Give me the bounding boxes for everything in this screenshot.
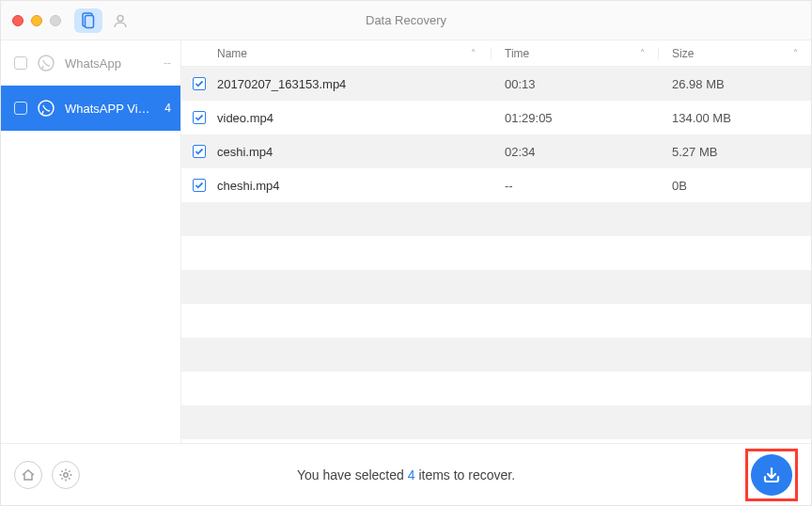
sidebar-item-badge: 4 <box>164 102 171 115</box>
selection-status: You have selected 4 items to recover. <box>1 467 811 482</box>
recover-button[interactable] <box>751 454 792 496</box>
footer-left <box>14 461 80 489</box>
row-checkbox[interactable] <box>193 179 206 192</box>
contacts-icon <box>112 12 129 29</box>
check-icon <box>195 147 204 156</box>
row-size: 0B <box>659 179 811 193</box>
row-checkbox[interactable] <box>193 145 206 158</box>
sidebar: WhatsApp -- WhatsAPP Videos 4 <box>1 40 181 443</box>
row-checkbox[interactable] <box>193 111 206 124</box>
status-suffix: items to recover. <box>415 467 516 482</box>
window: Data Recovery WhatsApp -- <box>0 0 812 506</box>
table-row[interactable]: 20170207_163153.mp4 00:13 26.98 MB <box>181 67 811 101</box>
empty-row <box>181 338 811 372</box>
svg-point-3 <box>39 55 54 71</box>
row-time: 02:34 <box>492 145 659 159</box>
sidebar-checkbox[interactable] <box>14 102 27 115</box>
table-header: Name ˄ Time ˄ Size ˄ <box>181 40 811 67</box>
empty-row <box>181 236 811 270</box>
footer: You have selected 4 items to recover. <box>1 443 811 505</box>
sidebar-item-whatsapp-videos[interactable]: WhatsAPP Videos 4 <box>1 86 180 131</box>
row-time: 01:29:05 <box>492 111 659 125</box>
row-time: -- <box>492 179 659 193</box>
sidebar-checkbox[interactable] <box>14 56 27 70</box>
document-icon <box>81 12 96 29</box>
empty-row <box>181 270 811 304</box>
body: WhatsApp -- WhatsAPP Videos 4 Name <box>1 40 811 443</box>
header-size-column[interactable]: Size ˄ <box>659 47 811 60</box>
table-body: 20170207_163153.mp4 00:13 26.98 MB video… <box>181 67 811 443</box>
download-icon <box>760 464 783 486</box>
chevron-up-icon: ˄ <box>793 48 798 58</box>
selected-count: 4 <box>408 467 415 482</box>
row-size: 134.00 MB <box>659 111 811 125</box>
table-row[interactable]: video.mp4 01:29:05 134.00 MB <box>181 101 811 134</box>
chevron-up-icon: ˄ <box>640 48 645 58</box>
column-label: Size <box>672 47 694 60</box>
row-name: 20170207_163153.mp4 <box>217 77 492 91</box>
recover-highlight <box>745 449 798 501</box>
row-name: video.mp4 <box>217 111 492 125</box>
svg-point-4 <box>39 101 54 116</box>
settings-button[interactable] <box>52 461 80 489</box>
titlebar: Data Recovery <box>1 1 811 40</box>
contacts-mode-button[interactable] <box>106 8 134 33</box>
sidebar-item-label: WhatsAPP Videos <box>65 102 155 116</box>
close-window-button[interactable] <box>12 15 23 26</box>
sidebar-item-badge: -- <box>164 56 171 70</box>
main: Name ˄ Time ˄ Size ˄ <box>181 40 811 443</box>
home-button[interactable] <box>14 461 42 489</box>
row-checkbox[interactable] <box>193 77 206 90</box>
toolbar-mode-icons <box>74 8 134 33</box>
whatsapp-icon <box>37 54 55 72</box>
whatsapp-icon <box>37 99 55 118</box>
check-icon <box>195 79 204 88</box>
home-icon <box>21 467 36 482</box>
traffic-lights <box>1 15 61 26</box>
row-name: cheshi.mp4 <box>217 179 492 193</box>
zoom-window-button[interactable] <box>50 15 61 26</box>
empty-row <box>181 372 811 405</box>
header-time-column[interactable]: Time ˄ <box>492 47 659 60</box>
status-prefix: You have selected <box>297 467 408 482</box>
row-time: 00:13 <box>492 77 659 91</box>
empty-row <box>181 304 811 338</box>
row-size: 5.27 MB <box>659 145 811 159</box>
minimize-window-button[interactable] <box>31 15 42 26</box>
check-icon <box>195 113 204 122</box>
row-size: 26.98 MB <box>659 77 811 91</box>
column-label: Name <box>217 47 247 60</box>
empty-row <box>181 405 811 439</box>
column-label: Time <box>505 47 529 60</box>
empty-row <box>181 202 811 236</box>
document-mode-button[interactable] <box>74 8 102 33</box>
gear-icon <box>58 467 73 482</box>
table-row[interactable]: cheshi.mp4 -- 0B <box>181 168 811 202</box>
row-name: ceshi.mp4 <box>217 145 492 159</box>
check-icon <box>195 181 204 190</box>
sidebar-item-whatsapp[interactable]: WhatsApp -- <box>1 40 180 86</box>
svg-point-5 <box>64 472 68 476</box>
header-name-column[interactable]: Name ˄ <box>217 47 492 60</box>
sidebar-item-label: WhatsApp <box>65 56 154 71</box>
svg-rect-1 <box>86 15 94 27</box>
svg-point-2 <box>117 15 123 21</box>
chevron-up-icon: ˄ <box>471 48 476 58</box>
table-row[interactable]: ceshi.mp4 02:34 5.27 MB <box>181 134 811 168</box>
